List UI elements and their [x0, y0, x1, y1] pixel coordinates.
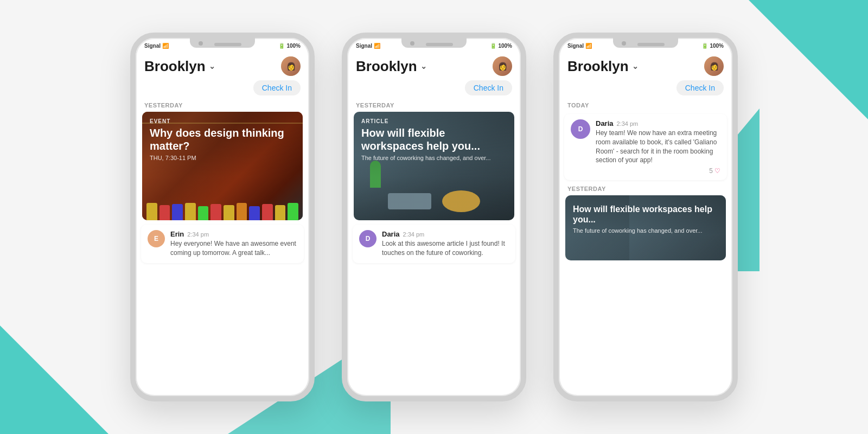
- phone-1-event-card[interactable]: EVENT Why does design thinking matter? T…: [142, 112, 303, 220]
- phone-1-msg-avatar: E: [148, 230, 165, 247]
- phone-1-screen: Signal 📶 9:41 AM 🔋 100% Brooklyn ⌄ 👩: [136, 38, 309, 396]
- phone-1-signal: Signal 📶: [144, 43, 169, 49]
- phone-3-screen: Signal 📶 9:41 AM 🔋 100% Brooklyn ⌄ 👩: [559, 38, 732, 396]
- phone-3-signal: Signal 📶: [567, 43, 592, 49]
- phone-2-screen: Signal 📶 9:41 AM 🔋 100% Brooklyn ⌄ 👩: [347, 38, 521, 396]
- phone-1-title: Brooklyn ⌄: [144, 58, 215, 75]
- phone-3-camera: [622, 41, 626, 46]
- phone-2-camera: [410, 41, 414, 46]
- phone-2-message: D Daria 2:34 pm Look at this awesome art…: [353, 225, 515, 263]
- phone-3-battery: 🔋 100%: [701, 43, 724, 49]
- phone-1-checkin-button[interactable]: Check In: [253, 80, 301, 95]
- phone-1-checkin-row: Check In: [136, 79, 309, 100]
- phone-3-message-card: D Daria 2:34 pm Hey team! We now have an…: [564, 114, 727, 180]
- bg-decoration-bottom-left: [0, 326, 108, 434]
- heart-icon: ♡: [714, 167, 720, 175]
- phone-1-speaker: [214, 43, 241, 46]
- phone-1-card-content: EVENT Why does design thinking matter? T…: [150, 118, 295, 161]
- phone-1-avatar: 👩: [281, 56, 301, 76]
- phone-2-speaker: [426, 43, 453, 46]
- phone-2-msg-avatar: D: [359, 230, 376, 247]
- phone-2-signal: Signal 📶: [356, 43, 380, 49]
- phone-3-speaker: [637, 43, 665, 46]
- phone-2-chevron-icon: ⌄: [420, 62, 427, 71]
- phones-container: Signal 📶 9:41 AM 🔋 100% Brooklyn ⌄ 👩: [130, 33, 738, 401]
- phone-3: Signal 📶 9:41 AM 🔋 100% Brooklyn ⌄ 👩: [553, 33, 738, 401]
- phone-1-chevron-icon: ⌄: [209, 62, 215, 71]
- phone-2-section-yesterday: YESTERDAY: [347, 100, 521, 112]
- phone-1-camera: [199, 41, 203, 46]
- phone-2-header: Brooklyn ⌄ 👩: [347, 51, 521, 79]
- phone-3-card-content: How will flexible workspaces help you...…: [573, 202, 718, 233]
- phone-2-battery: 🔋 100%: [490, 43, 512, 49]
- phone-3-chevron-icon: ⌄: [632, 62, 639, 71]
- phone-2-article-card[interactable]: ARTICLE How will flexible workspaces hel…: [354, 112, 514, 220]
- phone-1: Signal 📶 9:41 AM 🔋 100% Brooklyn ⌄ 👩: [130, 33, 315, 401]
- phone-3-article-card[interactable]: How will flexible workspaces help you...…: [565, 195, 726, 260]
- phone-3-msg-avatar: D: [571, 119, 590, 139]
- phone-2-checkin-row: Check In: [347, 79, 521, 100]
- phone-3-header: Brooklyn ⌄ 👩: [559, 51, 732, 79]
- phone-3-section-yesterday: YESTERDAY: [559, 183, 732, 195]
- phone-2-avatar: 👩: [493, 56, 512, 76]
- phone-1-battery: 🔋 100%: [278, 43, 301, 49]
- phone-3-checkin-row: Check In: [559, 79, 732, 100]
- phone-2-card-content: ARTICLE How will flexible workspaces hel…: [361, 118, 507, 161]
- phone-2-checkin-button[interactable]: Check In: [465, 80, 512, 95]
- phone-1-message: E Erin 2:34 pm Hey everyone! We have an …: [141, 225, 304, 263]
- phone-3-avatar: 👩: [704, 56, 724, 76]
- phone-3-title: Brooklyn ⌄: [567, 58, 639, 75]
- phone-2: Signal 📶 9:41 AM 🔋 100% Brooklyn ⌄ 👩: [342, 33, 526, 401]
- phone-3-likes: 5 ♡: [571, 167, 720, 175]
- phone-1-header: Brooklyn ⌄ 👩: [136, 51, 309, 79]
- phone-3-section-today: TODAY: [559, 100, 732, 112]
- phone-2-title: Brooklyn ⌄: [356, 58, 427, 75]
- phone-1-section-yesterday: YESTERDAY: [136, 100, 309, 112]
- phone-3-checkin-button[interactable]: Check In: [676, 80, 724, 95]
- bg-decoration-top-right: [749, 0, 868, 119]
